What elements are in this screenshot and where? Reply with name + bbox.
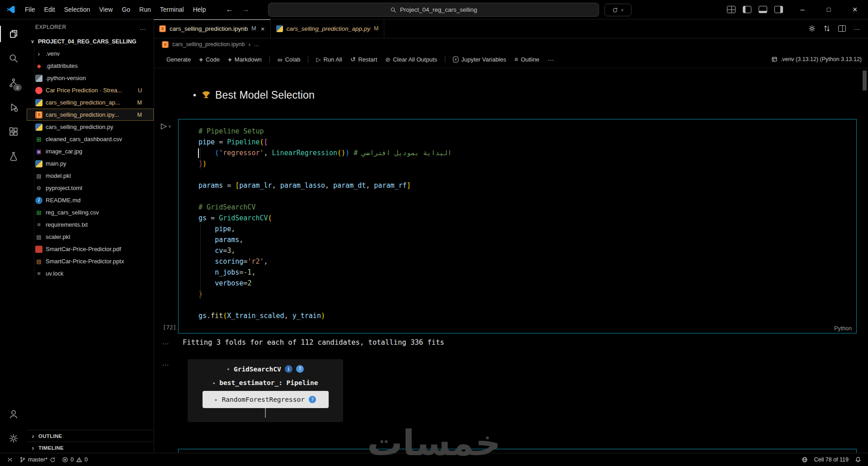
explorer-file-row[interactable]: cleaned_cars_dashboard.csv — [27, 133, 154, 145]
code-line[interactable]: gs.fit(X_train_scaled, y_train) — [198, 310, 847, 321]
explorer-file-row[interactable]: SmartCar-Price-Predictor.pptx — [27, 255, 154, 267]
code-line[interactable]: cv=3, — [198, 245, 847, 256]
sync-dropdown-button[interactable]: ∨ — [604, 4, 632, 16]
toolbar-button[interactable]: Run All — [312, 54, 345, 65]
explorer-file-row[interactable]: cars_selling_prediction.py — [27, 121, 154, 133]
remote-indicator[interactable] — [4, 453, 16, 466]
output-collapse-button[interactable] — [162, 361, 169, 369]
explorer-file-row[interactable]: uv.lock — [27, 267, 154, 280]
split-editor-icon[interactable] — [838, 25, 846, 32]
toolbar-button[interactable] — [544, 54, 561, 65]
explorer-file-row[interactable]: requirements.txt — [27, 219, 154, 231]
sync-icon[interactable] — [50, 457, 56, 463]
code-line[interactable] — [198, 300, 847, 310]
toolbar-button[interactable]: Code — [195, 54, 223, 65]
editor-scrollbar[interactable] — [863, 71, 867, 90]
code-line[interactable]: params = [param_lr, param_lasso, param_d… — [198, 180, 847, 191]
explorer-file-row[interactable]: Car Price Prediction · Strea... U — [27, 84, 154, 96]
code-cell[interactable]: # Pipeline Setuppipe = Pipeline([ ('regr… — [178, 119, 857, 333]
menu-item[interactable]: Help — [189, 3, 211, 16]
git-branch-item[interactable]: master* — [16, 453, 59, 466]
explorer-file-row[interactable]: cars_selling_prediction_ap... M — [27, 96, 154, 109]
maximize-button[interactable] — [816, 0, 842, 19]
code-lines[interactable]: # Pipeline Setuppipe = Pipeline([ ('regr… — [198, 126, 847, 325]
outline-section[interactable]: › OUTLINE — [27, 430, 154, 442]
forward-button[interactable]: → — [242, 5, 249, 14]
code-line[interactable]: pipe, — [198, 223, 847, 234]
menu-item[interactable]: Terminal — [156, 3, 189, 16]
activity-source-control[interactable]: 3 — [0, 71, 27, 94]
code-line[interactable]: gs = GridSearchCV( — [198, 213, 847, 223]
code-line[interactable]: verbose=2 — [198, 278, 847, 289]
explorer-file-row[interactable]: main.py — [27, 157, 154, 170]
manage-button[interactable] — [0, 427, 27, 450]
toolbar-button[interactable]: Markdown — [224, 54, 265, 65]
activity-search[interactable] — [0, 47, 27, 70]
explorer-file-row[interactable]: .gitattributes — [27, 60, 154, 72]
menu-item[interactable]: View — [94, 3, 117, 16]
help-badge[interactable]: ? — [296, 365, 304, 373]
project-root-row[interactable]: ∨ PROJECT_04_REG_CARS_SELLING — [27, 35, 154, 48]
network-status[interactable] — [798, 456, 811, 463]
code-line[interactable]: # Pipeline Setup — [198, 126, 847, 137]
timeline-section[interactable]: › TIMELINE — [27, 442, 154, 453]
back-button[interactable]: ← — [226, 5, 233, 14]
command-center-search[interactable]: Project_04_reg_cars_selling — [268, 3, 599, 17]
explorer-file-row[interactable]: cars_selling_prediction.ipy... M — [27, 109, 154, 121]
model-box[interactable]: RandomForestRegressor ? — [203, 391, 329, 408]
explorer-more-actions[interactable]: … — [140, 24, 146, 31]
markdown-cell[interactable]: Best Model Selection — [193, 88, 315, 102]
breadcrumb-more[interactable]: ... — [254, 41, 259, 48]
code-line[interactable] — [198, 191, 847, 202]
explorer-file-row[interactable]: README.md — [27, 194, 154, 206]
menu-item[interactable]: Selection — [60, 3, 95, 16]
accounts-button[interactable] — [0, 403, 27, 425]
run-cell-button[interactable] — [161, 121, 167, 131]
toolbar-button[interactable]: Jupyter Variables — [449, 54, 510, 65]
minimize-button[interactable] — [789, 0, 816, 19]
compare-changes-icon[interactable] — [823, 25, 830, 32]
expander-caret-icon[interactable] — [227, 366, 230, 372]
code-line[interactable]: ]) — [198, 158, 847, 169]
menu-item[interactable]: File — [20, 3, 40, 16]
estimator-title[interactable]: GridSearchCV — [234, 366, 281, 373]
explorer-file-row[interactable]: reg_cars_selling.csv — [27, 206, 154, 219]
activity-testing[interactable] — [0, 145, 27, 167]
toggle-sidebar-icon[interactable] — [743, 6, 751, 13]
explorer-file-row[interactable]: .venv — [27, 48, 154, 60]
gear-icon[interactable] — [808, 25, 816, 32]
cell-indicator[interactable]: Cell 78 of 119 — [811, 456, 852, 463]
notifications[interactable] — [852, 456, 864, 463]
explorer-file-row[interactable]: SmartCar-Price-Predictor.pdf — [27, 243, 154, 255]
cell-language-label[interactable]: Python — [834, 325, 852, 332]
explorer-file-row[interactable]: pyproject.toml — [27, 182, 154, 194]
code-line[interactable]: ) — [198, 289, 847, 300]
explorer-file-row[interactable]: scaler.pkl — [27, 231, 154, 243]
customize-layout-icon[interactable] — [727, 6, 736, 13]
toolbar-button[interactable]: Clear All Outputs — [382, 54, 440, 65]
toolbar-button[interactable]: Restart — [347, 54, 381, 65]
best-estimator-label[interactable]: best_estimator_: Pipeline — [219, 379, 318, 386]
code-line[interactable]: # GridSearchCV — [198, 202, 847, 213]
more-actions-icon[interactable] — [854, 25, 861, 33]
toggle-panel-icon[interactable] — [759, 6, 767, 13]
problems-item[interactable]: 0 0 — [59, 453, 91, 466]
expander-caret-icon[interactable] — [213, 380, 216, 386]
kernel-picker[interactable]: .venv (3.13.12) (Python 3.13.12) — [771, 56, 862, 62]
code-line[interactable]: n_jobs=-1, — [198, 267, 847, 278]
info-badge[interactable]: i — [285, 365, 292, 373]
menu-item[interactable]: Edit — [40, 3, 60, 16]
code-line[interactable]: ('regressor', LinearRegression()) # البد… — [198, 147, 847, 158]
code-line[interactable]: scoring='r2', — [198, 256, 847, 267]
toolbar-button[interactable]: Colab — [274, 54, 304, 65]
activity-explorer[interactable] — [0, 23, 27, 45]
editor-tab[interactable]: cars_selling_prediction_app.py M — [271, 19, 385, 38]
output-collapse-button[interactable] — [162, 340, 169, 348]
close-tab-icon[interactable] — [261, 25, 265, 33]
code-line[interactable]: params, — [198, 234, 847, 245]
explorer-file-row[interactable]: .python-version — [27, 72, 154, 84]
toolbar-button[interactable]: Generate — [160, 54, 194, 65]
activity-run-debug[interactable] — [0, 96, 27, 119]
code-line[interactable] — [198, 169, 847, 180]
close-button[interactable] — [842, 0, 868, 19]
